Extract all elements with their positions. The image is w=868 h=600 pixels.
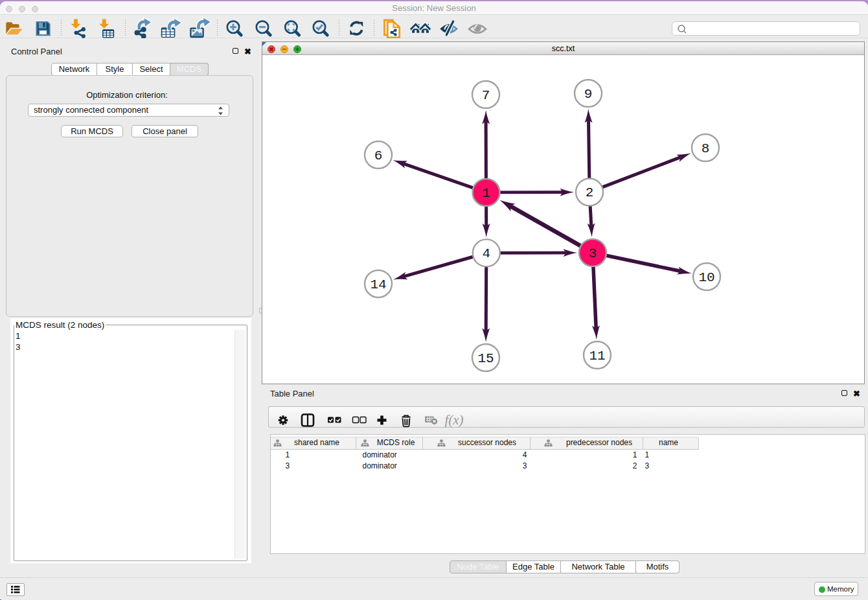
svg-text:4: 4: [482, 246, 490, 261]
svg-text:1: 1: [482, 186, 490, 201]
svg-text:15: 15: [477, 351, 494, 366]
svg-text:14: 14: [370, 277, 386, 292]
svg-text:3: 3: [589, 246, 597, 261]
svg-text:11: 11: [589, 349, 605, 363]
svg-text:2: 2: [586, 185, 594, 200]
svg-text:7: 7: [482, 88, 490, 103]
svg-text:f(x): f(x): [444, 412, 463, 428]
svg-text:8: 8: [702, 141, 710, 156]
svg-text:9: 9: [584, 87, 593, 102]
svg-text:6: 6: [374, 148, 383, 163]
svg-text:10: 10: [698, 270, 714, 285]
